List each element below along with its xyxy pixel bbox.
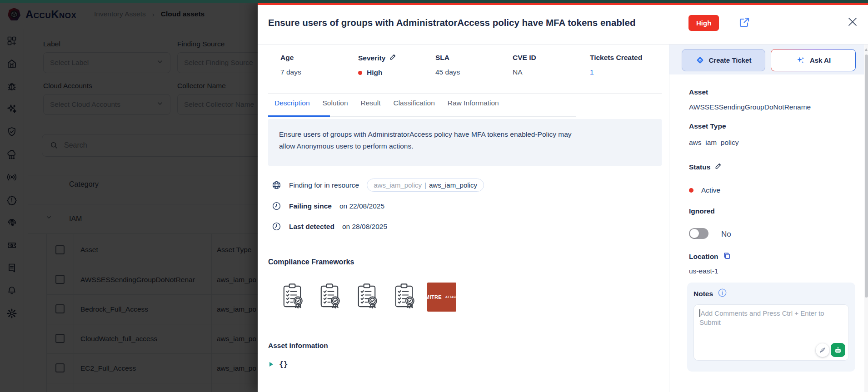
create-ticket-button[interactable]: Create Ticket bbox=[682, 49, 765, 71]
tab-raw-information[interactable]: Raw Information bbox=[441, 99, 505, 116]
severity-label: Severity bbox=[358, 54, 385, 62]
failing-since-value: on 22/08/2025 bbox=[339, 202, 384, 210]
resource-chip-name: aws_iam_policy bbox=[429, 181, 477, 189]
json-preview: {} bbox=[279, 360, 288, 368]
certificate-icon bbox=[390, 282, 419, 312]
ignored-toggle[interactable] bbox=[689, 228, 708, 239]
detail-tabs: Description Solution Result Classificati… bbox=[268, 99, 505, 116]
meta-severity: Severity High bbox=[358, 54, 396, 77]
tab-classification[interactable]: Classification bbox=[387, 99, 441, 116]
compliance-frameworks-heading: Compliance Frameworks bbox=[268, 258, 354, 266]
meta-cve: CVE ID NA bbox=[513, 54, 536, 76]
finding-detail-drawer: Ensure users of groups with Administrato… bbox=[258, 3, 868, 392]
asset-value: AWSSESSendingGroupDoNotRename bbox=[689, 103, 811, 111]
sla-value: 45 days bbox=[435, 68, 460, 76]
severity-dot bbox=[358, 71, 362, 75]
text-caret bbox=[699, 309, 700, 317]
active-tab-indicator bbox=[268, 115, 330, 117]
jira-diamond-icon bbox=[696, 56, 704, 65]
status-value-row: Active bbox=[689, 186, 720, 194]
attack-text: ATT&CK bbox=[445, 295, 458, 298]
certificate-icon bbox=[353, 282, 381, 312]
info-icon[interactable] bbox=[718, 288, 727, 299]
resource-chip-separator: | bbox=[424, 181, 426, 189]
finding-title: Ensure users of groups with Administrato… bbox=[268, 17, 635, 28]
ask-ai-button[interactable]: Ask AI bbox=[771, 49, 856, 71]
ignored-label: Ignored bbox=[689, 207, 715, 215]
create-ticket-label: Create Ticket bbox=[709, 56, 752, 64]
meta-divider bbox=[268, 93, 662, 94]
clock-icon bbox=[272, 222, 281, 231]
description-panel: Ensure users of groups with Administrato… bbox=[268, 119, 662, 166]
asset-information-heading: Asset Information bbox=[268, 342, 328, 350]
clock-icon bbox=[272, 201, 281, 211]
tab-description[interactable]: Description bbox=[268, 99, 316, 116]
tickets-created-label: Tickets Created bbox=[590, 54, 642, 62]
quill-note-button[interactable] bbox=[816, 343, 829, 357]
meta-age: Age 7 days bbox=[280, 54, 301, 76]
last-detected-label: Last detected bbox=[289, 223, 334, 231]
ask-ai-label: Ask AI bbox=[810, 56, 831, 64]
expand-triangle-icon[interactable] bbox=[269, 362, 273, 367]
meta-tickets: Tickets Created 1 bbox=[590, 54, 642, 76]
asset-label: Asset bbox=[689, 88, 708, 96]
certificate-icon bbox=[278, 282, 307, 312]
scrollbar-thumb[interactable] bbox=[865, 55, 868, 298]
status-active-dot bbox=[689, 188, 693, 193]
tab-result[interactable]: Result bbox=[354, 99, 387, 116]
asset-type-value: aws_iam_policy bbox=[689, 139, 738, 147]
ai-robot-submit-button[interactable] bbox=[831, 343, 845, 357]
notes-textarea[interactable]: Add Comments and Press Ctrl + Enter to S… bbox=[693, 304, 849, 361]
last-detected-row: Last detected on 28/08/2025 bbox=[272, 222, 387, 231]
certificate-icon bbox=[315, 282, 344, 312]
open-in-new-icon[interactable] bbox=[738, 16, 750, 28]
edit-severity-pencil-icon[interactable] bbox=[389, 54, 396, 62]
globe-icon bbox=[272, 180, 281, 190]
asset-type-label: Asset Type bbox=[689, 122, 726, 130]
resource-chip-type: aws_iam_policy bbox=[374, 181, 422, 189]
resource-row: Finding for in resource aws_iam_policy |… bbox=[272, 179, 484, 192]
cve-value: NA bbox=[513, 68, 536, 76]
scrollbar-up-arrow[interactable] bbox=[865, 48, 868, 51]
copy-icon[interactable] bbox=[723, 252, 731, 261]
location-label: Location bbox=[689, 253, 718, 261]
resource-chip[interactable]: aws_iam_policy | aws_iam_policy bbox=[367, 179, 484, 192]
sla-label: SLA bbox=[435, 54, 460, 62]
severity-badge: High bbox=[688, 15, 719, 31]
notes-placeholder: Add Comments and Press Ctrl + Enter to S… bbox=[699, 309, 824, 326]
last-detected-value: on 28/08/2025 bbox=[342, 223, 387, 231]
status-value: Active bbox=[701, 186, 720, 194]
failing-since-row: Failing since on 22/08/2025 bbox=[272, 201, 384, 211]
failing-since-label: Failing since bbox=[289, 202, 332, 210]
meta-sla: SLA 45 days bbox=[435, 54, 460, 76]
tickets-created-link[interactable]: 1 bbox=[590, 68, 594, 76]
severity-value: High bbox=[367, 69, 382, 77]
compliance-frameworks-row: MITRE ATT&CK bbox=[278, 282, 456, 312]
age-value: 7 days bbox=[280, 68, 301, 76]
close-icon[interactable] bbox=[847, 16, 858, 28]
mitre-attack-logo: MITRE ATT&CK bbox=[427, 283, 456, 312]
panel-divider bbox=[669, 45, 669, 392]
notes-label: Notes bbox=[693, 290, 713, 298]
cve-label: CVE ID bbox=[513, 54, 536, 62]
ignored-value: No bbox=[721, 230, 731, 239]
age-label: Age bbox=[280, 54, 301, 62]
status-label: Status bbox=[689, 163, 710, 171]
notes-card: Notes Add Comments and Press Ctrl + Ente… bbox=[687, 283, 855, 372]
tab-solution[interactable]: Solution bbox=[316, 99, 354, 116]
top-accent-strip bbox=[0, 0, 868, 3]
json-expander[interactable]: {} bbox=[269, 360, 288, 368]
description-text: Ensure users of groups with Administrato… bbox=[279, 129, 581, 152]
resource-label: Finding for in resource bbox=[289, 181, 359, 189]
mitre-text: MITRE bbox=[425, 294, 442, 300]
edit-status-pencil-icon[interactable] bbox=[715, 163, 722, 171]
app-root: AccuKnox Inventory Assets › Cloud assets… bbox=[0, 0, 868, 392]
ai-sparkles-icon bbox=[796, 55, 805, 65]
location-value: us-east-1 bbox=[689, 267, 718, 275]
toggle-knob bbox=[690, 229, 699, 238]
